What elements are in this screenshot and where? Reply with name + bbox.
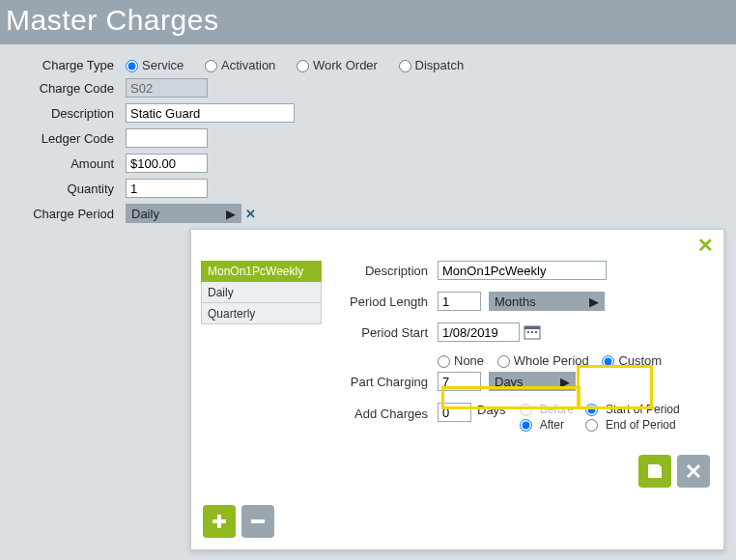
period-item-quarterly[interactable]: Quarterly [201, 303, 322, 324]
svg-rect-4 [535, 331, 537, 333]
svg-rect-6 [651, 472, 659, 478]
calendar-icon[interactable] [524, 323, 541, 341]
svg-rect-2 [527, 331, 529, 333]
dropdown-arrow-icon: ▶ [560, 375, 570, 389]
part-charging-whole[interactable]: Whole Period [497, 353, 589, 368]
svg-rect-1 [524, 326, 540, 329]
charge-type-group: Service Activation Work Order Dispatch [126, 58, 481, 72]
period-length-unit-dropdown[interactable]: Months ▶ [489, 292, 605, 311]
quantity-label: Quantity [10, 182, 126, 196]
period-length-label: Period Length [341, 294, 438, 309]
part-charging-label: Part Charging [341, 375, 438, 389]
panel-description-label: Description [341, 264, 438, 278]
page-title: Master Charges [6, 4, 218, 37]
panel-description-input[interactable] [438, 261, 607, 280]
svg-rect-8 [212, 519, 226, 523]
charge-type-label: Charge Type [10, 58, 126, 72]
charge-code-input [126, 78, 208, 98]
add-charges-unit: Days [477, 403, 506, 417]
period-start-label: Period Start [341, 325, 438, 340]
title-bar: Master Charges [0, 0, 736, 44]
part-charging-unit-dropdown[interactable]: Days ▶ [489, 372, 576, 391]
dropdown-arrow-icon: ▶ [589, 294, 599, 309]
clear-charge-period-icon[interactable]: ✕ [245, 207, 256, 221]
description-label: Description [10, 106, 126, 121]
charge-type-activation[interactable]: Activation [205, 58, 275, 72]
period-length-input[interactable] [438, 292, 481, 311]
close-panel-icon[interactable]: ✕ [697, 236, 714, 255]
charge-type-work-order[interactable]: Work Order [297, 58, 378, 72]
add-period-button[interactable] [203, 505, 236, 538]
ledger-code-input[interactable] [126, 128, 208, 148]
timing-before: Before [520, 403, 574, 416]
charge-period-panel: ✕ MonOn1PcWeekly Daily Quarterly Descrip… [190, 229, 724, 550]
svg-rect-9 [251, 519, 265, 523]
main-form: Charge Type Service Activation Work Orde… [0, 44, 736, 238]
cancel-button[interactable] [677, 455, 710, 488]
period-list: MonOn1PcWeekly Daily Quarterly [201, 261, 322, 443]
amount-label: Amount [10, 156, 126, 171]
part-charging-options: None Whole Period Custom [438, 353, 671, 368]
amount-input[interactable] [126, 154, 208, 173]
add-charges-label: Add Charges [341, 403, 438, 421]
charge-type-service[interactable]: Service [126, 58, 184, 72]
charge-period-label: Charge Period [10, 207, 126, 221]
period-start-input[interactable] [438, 322, 520, 342]
period-item-daily[interactable]: Daily [201, 282, 322, 303]
svg-rect-5 [651, 464, 659, 469]
svg-rect-3 [531, 331, 533, 333]
part-charging-custom[interactable]: Custom [602, 353, 662, 368]
period-item-mononpcweekly[interactable]: MonOn1PcWeekly [201, 261, 322, 282]
period-detail-form: Description Period Length Months ▶ Perio… [341, 261, 714, 443]
remove-period-button[interactable] [241, 505, 274, 538]
description-input[interactable] [126, 103, 295, 123]
save-button[interactable] [638, 455, 671, 488]
ledger-code-label: Ledger Code [10, 131, 126, 146]
timing-end-of-period[interactable]: End of Period [585, 418, 680, 432]
timing-after[interactable]: After [520, 418, 574, 432]
charge-code-label: Charge Code [10, 81, 126, 96]
quantity-input[interactable] [126, 179, 208, 198]
part-charging-value-input[interactable] [438, 372, 481, 391]
part-charging-none[interactable]: None [438, 353, 484, 368]
charge-type-dispatch[interactable]: Dispatch [399, 58, 465, 72]
add-charges-input[interactable] [438, 403, 471, 422]
charge-period-dropdown[interactable]: Daily ▶ [126, 204, 241, 223]
timing-start-of-period[interactable]: Start of Period [585, 403, 680, 416]
dropdown-arrow-icon: ▶ [226, 207, 236, 221]
